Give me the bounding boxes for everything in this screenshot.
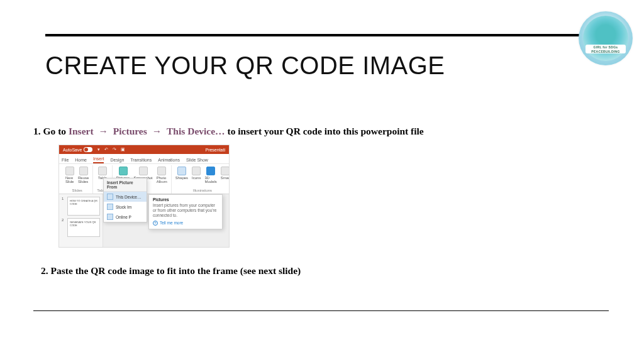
step-2: 2. Paste the QR code image to fit into t… (41, 265, 301, 277)
tooltip-tell-me-more: ?Tell me more (153, 221, 218, 226)
powerpoint-screenshot: AutoSave ▾ ↶ ↷ ▣ Presentati File Home In… (58, 145, 230, 248)
ppt-titlebar: AutoSave ▾ ↶ ↷ ▣ Presentati (59, 145, 229, 154)
photo-album-button: Photo Album (157, 167, 167, 184)
group-label-illus: Illustrations (193, 189, 212, 192)
dropdown-online-pictures: Online P (104, 212, 147, 222)
device-icon (107, 194, 113, 200)
tab-insert: Insert (93, 156, 104, 163)
menu-path-insert: Insert (69, 126, 94, 136)
slide-thumb-1: 1 HOW TO CREATE A QR CODE (62, 197, 100, 216)
arrow-icon: → (96, 126, 111, 136)
tab-transitions: Transitions (130, 158, 152, 163)
online-icon (107, 214, 113, 220)
autosave-text: AutoSave (63, 148, 82, 152)
tab-animations: Animations (158, 158, 180, 163)
help-icon: ? (153, 221, 158, 226)
step-1: 1. Go to Insert → Pictures → This Device… (33, 126, 424, 137)
bottom-rule (33, 310, 609, 311)
stock-icon (107, 204, 113, 210)
step-1-rest: to insert your QR code into this powerpo… (227, 126, 423, 136)
thumb-2-caption: GENERATE YOUR QR CODE (67, 218, 100, 237)
autosave-toggle-icon (84, 147, 92, 152)
step-1-lead: 1. Go to (33, 126, 69, 136)
smartart-button: Smar (221, 167, 230, 184)
icons-button: Icons (192, 167, 201, 184)
redo-icon: ↷ (113, 147, 116, 152)
logo-text-2: PEACEBUILDING (586, 50, 626, 54)
doc-title: Presentati (205, 148, 225, 152)
menu-path-pictures: Pictures (113, 126, 147, 136)
logo-text-1: GIRL for SDGs (586, 45, 626, 50)
menu-path-this-device: This Device… (167, 126, 225, 136)
page-title: CREATE YOUR QR CODE IMAGE (45, 52, 445, 80)
slide-thumb-2: 2 GENERATE YOUR QR CODE (62, 218, 100, 237)
dropdown-stock-images: Stock Im (104, 202, 147, 212)
ribbon-group-slides: New Slide Reuse Slides Slides (62, 165, 93, 194)
qat-icons: ▾ ↶ ↷ ▣ (97, 147, 125, 152)
logo-badge: GIRL for SDGs PEACEBUILDING (579, 11, 633, 65)
shapes-button: Shapes (175, 167, 188, 184)
arrow-icon: → (150, 126, 165, 136)
new-slide-button: New Slide (65, 167, 74, 184)
top-rule (45, 34, 609, 36)
save-icon: ▾ (97, 147, 100, 152)
dropdown-header: Insert Picture From (104, 178, 147, 192)
group-label-slides: Slides (72, 189, 82, 192)
pictures-tooltip: Pictures Insert pictures from your compu… (148, 194, 223, 229)
tab-home: Home (75, 158, 87, 163)
insert-picture-dropdown: Insert Picture From This Device… Stock I… (103, 178, 147, 222)
tab-file: File (62, 158, 69, 163)
ppt-ribbon-tabs: File Home Insert Design Transitions Anim… (59, 154, 229, 164)
thumbnail-pane: 1 HOW TO CREATE A QR CODE 2 GENERATE YOU… (59, 194, 103, 247)
dropdown-this-device: This Device… (104, 192, 147, 202)
tab-design: Design (110, 158, 124, 163)
tooltip-body: Insert pictures from your computer or fr… (153, 203, 218, 218)
reuse-slides-button: Reuse Slides (78, 167, 89, 184)
undo-icon: ↶ (104, 147, 108, 152)
3d-models-button: 3D Models (204, 167, 216, 184)
tooltip-title: Pictures (153, 197, 218, 202)
ribbon-group-illustrations: Shapes Icons 3D Models Smar Illustration… (172, 165, 230, 194)
start-icon: ▣ (121, 147, 125, 152)
autosave-label: AutoSave (63, 147, 92, 152)
thumb-1-caption: HOW TO CREATE A QR CODE (67, 197, 100, 216)
tab-slideshow: Slide Show (186, 158, 208, 163)
